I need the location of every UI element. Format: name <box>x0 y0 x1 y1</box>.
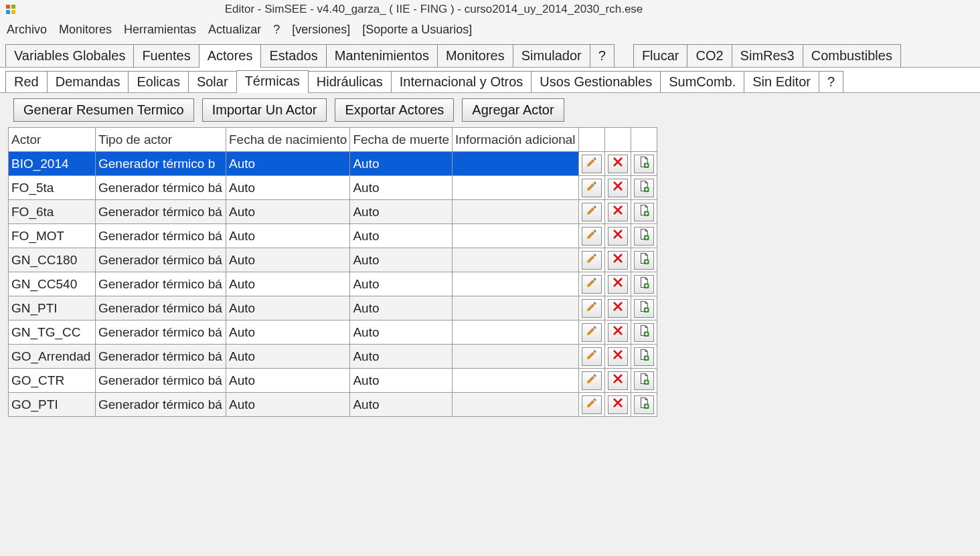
cell-fmuer[interactable]: Auto <box>350 369 453 393</box>
cell-actor[interactable]: GN_CC180 <box>9 248 96 272</box>
tab-variables-globales[interactable]: Variables Globales <box>5 44 134 67</box>
cell-fnac[interactable]: Auto <box>226 345 350 369</box>
cell-fmuer[interactable]: Auto <box>350 152 453 176</box>
cell-tipo[interactable]: Generador térmico bá <box>96 369 226 393</box>
edit-button[interactable] <box>582 323 602 342</box>
clone-button[interactable] <box>634 299 654 318</box>
edit-button[interactable] <box>582 347 602 366</box>
cell-fnac[interactable]: Auto <box>226 248 350 272</box>
clone-button[interactable] <box>634 275 654 294</box>
cell-tipo[interactable]: Generador térmico bá <box>96 176 226 200</box>
menu-soporte[interactable]: [Soporte a Usuarios] <box>362 23 472 37</box>
cell-info[interactable] <box>453 296 579 320</box>
cell-info[interactable] <box>453 272 579 296</box>
edit-button[interactable] <box>582 275 602 294</box>
cell-fnac[interactable]: Auto <box>226 176 350 200</box>
tab-flucar[interactable]: Flucar <box>633 44 688 67</box>
tab-mantenimientos[interactable]: Mantenimientos <box>326 44 438 67</box>
cell-info[interactable] <box>453 369 579 393</box>
table-row[interactable]: FO_MOTGenerador térmico báAutoAuto <box>9 224 657 248</box>
edit-button[interactable] <box>582 251 602 270</box>
delete-button[interactable] <box>608 155 628 173</box>
tab-monitores[interactable]: Monitores <box>437 44 513 67</box>
cell-fnac[interactable]: Auto <box>226 200 350 224</box>
delete-button[interactable] <box>608 299 628 318</box>
delete-button[interactable] <box>608 347 628 366</box>
edit-button[interactable] <box>582 179 602 197</box>
cell-fmuer[interactable]: Auto <box>350 248 453 272</box>
cell-fmuer[interactable]: Auto <box>350 345 453 369</box>
cell-actor[interactable]: GO_PTI <box>9 393 96 417</box>
table-row[interactable]: GO_PTIGenerador térmico báAutoAuto <box>9 393 657 417</box>
subtab-termicas[interactable]: Térmicas <box>236 70 309 93</box>
generar-resumen-button[interactable]: Generar Resumen Termico <box>13 98 194 122</box>
cell-tipo[interactable]: Generador térmico bá <box>96 345 226 369</box>
cell-info[interactable] <box>453 200 579 224</box>
tab-combustibles[interactable]: Combustibles <box>803 44 901 67</box>
header-info[interactable]: Información adicional <box>453 128 579 152</box>
cell-info[interactable] <box>453 248 579 272</box>
menu-versiones[interactable]: [versiones] <box>292 23 350 37</box>
clone-button[interactable] <box>634 203 654 221</box>
cell-info[interactable] <box>453 224 579 248</box>
cell-actor[interactable]: GN_PTI <box>9 296 96 320</box>
cell-fmuer[interactable]: Auto <box>350 393 453 417</box>
cell-fnac[interactable]: Auto <box>226 369 350 393</box>
cell-tipo[interactable]: Generador térmico bá <box>96 200 226 224</box>
importar-actor-button[interactable]: Importar Un Actor <box>202 98 327 122</box>
cell-info[interactable] <box>453 320 579 345</box>
subtab-solar[interactable]: Solar <box>188 71 237 92</box>
header-fnac[interactable]: Fecha de nacimiento <box>226 128 350 152</box>
exportar-actores-button[interactable]: Exportar Actores <box>335 98 454 122</box>
cell-fmuer[interactable]: Auto <box>350 200 453 224</box>
cell-tipo[interactable]: Generador térmico bá <box>96 320 226 345</box>
clone-button[interactable] <box>634 179 654 197</box>
cell-fnac[interactable]: Auto <box>226 152 350 176</box>
subtab-sineditor[interactable]: Sin Editor <box>744 71 819 92</box>
cell-actor[interactable]: GO_CTR <box>9 369 96 393</box>
clone-button[interactable] <box>634 251 654 270</box>
tab-help[interactable]: ? <box>590 44 615 67</box>
cell-actor[interactable]: FO_MOT <box>9 224 96 248</box>
subtab-help[interactable]: ? <box>819 71 843 92</box>
clone-button[interactable] <box>634 227 654 246</box>
cell-fmuer[interactable]: Auto <box>350 272 453 296</box>
edit-button[interactable] <box>582 203 602 221</box>
cell-actor[interactable]: GN_CC540 <box>9 272 96 296</box>
subtab-internacional[interactable]: Internacional y Otros <box>391 71 532 92</box>
cell-tipo[interactable]: Generador térmico bá <box>96 296 226 320</box>
edit-button[interactable] <box>582 155 602 173</box>
tab-co2[interactable]: CO2 <box>687 44 732 67</box>
cell-info[interactable] <box>453 345 579 369</box>
table-row[interactable]: GO_CTRGenerador térmico báAutoAuto <box>9 369 657 393</box>
delete-button[interactable] <box>608 275 628 294</box>
header-actor[interactable]: Actor <box>9 128 96 152</box>
delete-button[interactable] <box>608 323 628 342</box>
edit-button[interactable] <box>582 371 602 390</box>
table-row[interactable]: GN_CC180Generador térmico báAutoAuto <box>9 248 657 272</box>
clone-button[interactable] <box>634 347 654 366</box>
cell-info[interactable] <box>453 393 579 417</box>
subtab-hidraulicas[interactable]: Hidráulicas <box>308 71 392 92</box>
cell-fmuer[interactable]: Auto <box>350 224 453 248</box>
table-row[interactable]: FO_6taGenerador térmico báAutoAuto <box>9 200 657 224</box>
menu-help[interactable]: ? <box>273 23 280 37</box>
agregar-actor-button[interactable]: Agregar Actor <box>462 98 564 122</box>
cell-fnac[interactable]: Auto <box>226 393 350 417</box>
cell-fnac[interactable]: Auto <box>226 296 350 320</box>
delete-button[interactable] <box>608 371 628 390</box>
cell-tipo[interactable]: Generador térmico bá <box>96 248 226 272</box>
clone-button[interactable] <box>634 371 654 390</box>
table-row[interactable]: BIO_2014Generador térmico bAutoAuto <box>9 152 657 176</box>
edit-button[interactable] <box>582 299 602 318</box>
cell-fmuer[interactable]: Auto <box>350 320 453 345</box>
tab-simulador[interactable]: Simulador <box>513 44 590 67</box>
delete-button[interactable] <box>608 395 628 414</box>
subtab-eolicas[interactable]: Eolicas <box>128 71 188 92</box>
tab-estados[interactable]: Estados <box>260 44 326 67</box>
delete-button[interactable] <box>608 203 628 221</box>
subtab-usos[interactable]: Usos Gestionables <box>531 71 661 92</box>
table-row[interactable]: FO_5taGenerador térmico báAutoAuto <box>9 176 657 200</box>
header-tipo[interactable]: Tipo de actor <box>96 128 226 152</box>
cell-info[interactable] <box>453 152 579 176</box>
